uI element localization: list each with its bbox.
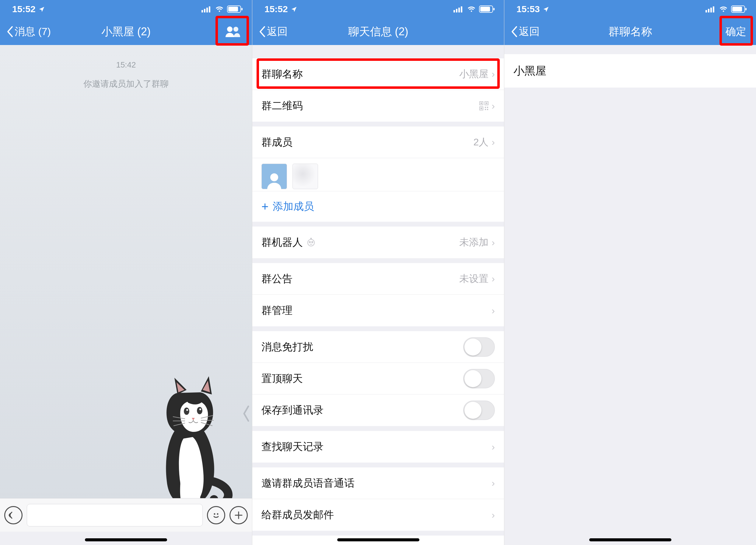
row-invite-voice[interactable]: 邀请群成员语音通话 › [252, 467, 504, 499]
row-label: 群聊名称 [261, 67, 303, 81]
row-members[interactable]: 群成员 2人› [252, 127, 504, 158]
nav-back-label: 返回 [519, 25, 540, 39]
row-manage[interactable]: 群管理 › [252, 295, 504, 326]
svg-rect-40 [708, 9, 709, 12]
toggle-save-contacts[interactable] [463, 400, 495, 420]
svg-rect-41 [710, 8, 712, 12]
chat-system-message: 你邀请成员加入了群聊 [83, 78, 169, 90]
nav-back-label: 返回 [267, 25, 288, 39]
row-label: 群管理 [261, 303, 292, 317]
location-icon [39, 4, 45, 14]
svg-rect-32 [487, 109, 488, 110]
row-label: 群公告 [261, 272, 292, 286]
chevron-right-icon: › [492, 477, 495, 489]
nav-bar: 消息 (7) 小黑屋 (2) [0, 18, 252, 45]
status-bar: 15:52 [252, 0, 504, 18]
status-icons [705, 5, 747, 13]
battery-icon [731, 5, 747, 13]
status-icons [201, 5, 243, 13]
row-label: 置顶聊天 [261, 372, 303, 386]
row-group-name[interactable]: 群聊名称 小黑屋› [252, 58, 504, 90]
plus-icon: + [261, 200, 268, 214]
status-bar: 15:52 [0, 0, 252, 18]
svg-rect-21 [480, 7, 490, 12]
member-avatar[interactable] [292, 164, 318, 189]
svg-point-38 [311, 238, 312, 239]
svg-point-13 [199, 408, 201, 410]
svg-rect-2 [206, 8, 208, 12]
robot-icon [306, 238, 316, 247]
status-bar: 15:53 [504, 0, 756, 18]
add-button[interactable] [229, 506, 248, 524]
row-label: 给群成员发邮件 [261, 508, 334, 522]
chevron-right-icon: › [492, 237, 495, 248]
row-announcement[interactable]: 群公告 未设置› [252, 263, 504, 295]
nav-title: 小黑屋 (2) [101, 24, 151, 39]
svg-rect-6 [241, 8, 243, 10]
row-qr-code[interactable]: 群二维码 › [252, 90, 504, 122]
location-icon [291, 4, 297, 14]
group-members-icon-button[interactable] [219, 22, 246, 42]
people-icon [224, 26, 241, 38]
nav-bar: 返回 群聊名称 确定 [504, 18, 756, 45]
svg-point-36 [312, 242, 313, 243]
settings-list[interactable]: 群聊名称 小黑屋› 群二维码 › 群成员 2人› [252, 45, 504, 545]
home-indicator[interactable] [85, 538, 167, 541]
svg-rect-30 [487, 107, 488, 108]
nav-back-button[interactable]: 消息 (7) [6, 25, 61, 39]
nav-back-button[interactable]: 返回 [510, 25, 565, 39]
wifi-icon [215, 6, 224, 12]
member-avatar[interactable] [261, 164, 287, 189]
svg-rect-5 [228, 7, 238, 12]
toggle-pin[interactable] [463, 369, 495, 388]
row-robot[interactable]: 群机器人 未添加› [252, 227, 504, 258]
side-handle[interactable] [240, 389, 252, 438]
row-save-contacts[interactable]: 保存到通讯录 [252, 394, 504, 426]
svg-rect-22 [493, 8, 495, 10]
home-indicator[interactable] [589, 538, 671, 541]
smile-icon [211, 510, 221, 520]
voice-icon [9, 510, 18, 520]
emoji-button[interactable] [207, 506, 225, 524]
svg-point-10 [184, 407, 189, 415]
svg-rect-16 [453, 10, 455, 12]
nav-back-button[interactable]: 返回 [258, 25, 313, 39]
row-value: 未添加 [459, 236, 488, 249]
svg-rect-1 [204, 9, 205, 12]
chevron-right-icon: › [492, 68, 495, 80]
home-indicator[interactable] [337, 538, 419, 541]
toggle-mute[interactable] [463, 337, 495, 357]
svg-rect-42 [713, 6, 714, 12]
message-input[interactable] [27, 504, 203, 526]
voice-input-button[interactable] [4, 506, 23, 524]
svg-rect-19 [461, 6, 462, 12]
svg-rect-17 [456, 9, 457, 12]
svg-point-11 [197, 407, 202, 414]
row-send-email[interactable]: 给群成员发邮件 › [252, 499, 504, 531]
svg-point-7 [227, 26, 233, 32]
row-add-member[interactable]: + 添加成员 [252, 191, 504, 222]
row-value: 未设置 [459, 272, 488, 285]
screen-chat-info: 15:52 返回 聊天信息 (2) 群聊名称 小黑屋› [252, 0, 504, 545]
chat-area[interactable]: 15:42 你邀请成员加入了群聊 [0, 45, 252, 512]
nav-title: 聊天信息 (2) [348, 24, 408, 39]
svg-point-34 [308, 239, 314, 246]
svg-rect-29 [485, 107, 486, 108]
confirm-button[interactable]: 确定 [722, 23, 750, 40]
status-icons [453, 5, 495, 13]
screen-edit-group-name: 15:53 返回 群聊名称 确定 [504, 0, 756, 545]
row-label: 查找聊天记录 [261, 440, 324, 454]
group-name-input[interactable] [513, 65, 747, 77]
signal-icon [201, 6, 212, 12]
row-search-history[interactable]: 查找聊天记录 › [252, 431, 504, 463]
row-pin[interactable]: 置顶聊天 [252, 363, 504, 394]
plus-icon [234, 511, 243, 520]
row-label: 保存到通讯录 [261, 403, 324, 417]
row-label: 消息免打扰 [261, 340, 313, 354]
edit-area [504, 54, 756, 545]
row-label: 添加成员 [273, 200, 314, 214]
qr-icon [479, 101, 488, 110]
row-mute[interactable]: 消息免打扰 [252, 331, 504, 363]
svg-point-35 [309, 242, 310, 243]
location-icon [543, 4, 549, 14]
